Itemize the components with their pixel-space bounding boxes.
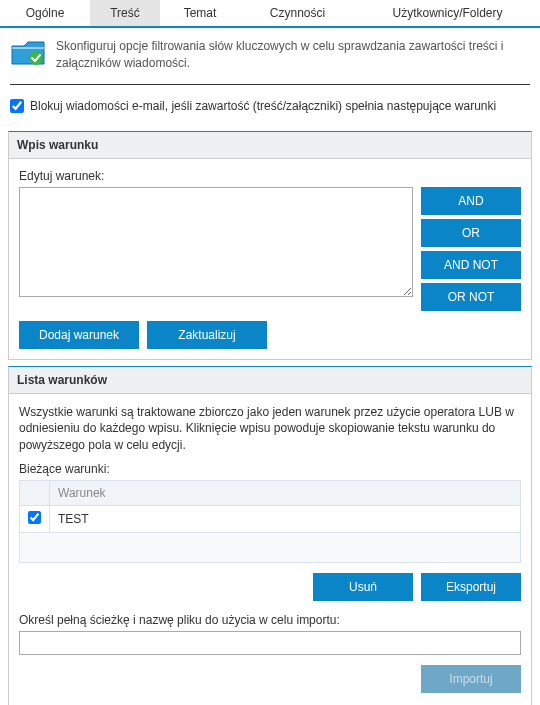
conditions-list-section: Lista warunków Wszystkie warunki są trak… [8,366,532,705]
block-checkbox-label: Blokuj wiadomości e-mail, jeśli zawartoś… [30,99,496,113]
condition-textarea[interactable] [19,187,413,297]
tab-content[interactable]: Treść [90,0,160,26]
conditions-table-col-condition: Warunek [50,480,521,505]
intro-text: Skonfiguruj opcje filtrowania słów klucz… [56,38,530,72]
update-condition-button[interactable]: Zaktualizuj [147,321,267,349]
block-checkbox-row: Blokuj wiadomości e-mail, jeśli zawartoś… [0,95,540,125]
condition-entry-section: Wpis warunku Edytuj warunek: AND OR AND … [8,131,532,360]
delete-button[interactable]: Usuń [313,573,413,601]
folder-check-icon [10,38,46,68]
or-button[interactable]: OR [421,219,521,247]
import-button[interactable]: Importuj [421,665,521,693]
conditions-table: Warunek TEST [19,480,521,563]
intro-row: Skonfiguruj opcje filtrowania słów klucz… [0,28,540,82]
tabs-bar: Ogólne Treść Temat Czynności Użytkownicy… [0,0,540,28]
block-checkbox[interactable] [10,99,24,113]
export-button[interactable]: Eksportuj [421,573,521,601]
conditions-list-desc: Wszystkie warunki są traktowane zbiorczo… [19,404,521,454]
and-button[interactable]: AND [421,187,521,215]
tab-actions[interactable]: Czynności [240,0,355,26]
current-conditions-label: Bieżące warunki: [19,462,521,476]
conditions-table-checkbox-header [20,480,50,505]
edit-condition-label: Edytuj warunek: [19,169,413,183]
divider [10,84,530,85]
condition-entry-header: Wpis warunku [9,132,531,159]
condition-row-text: TEST [50,505,521,532]
add-condition-button[interactable]: Dodaj warunek [19,321,139,349]
or-not-button[interactable]: OR NOT [421,283,521,311]
and-not-button[interactable]: AND NOT [421,251,521,279]
tab-subject[interactable]: Temat [160,0,240,26]
tab-general[interactable]: Ogólne [0,0,90,26]
conditions-list-header: Lista warunków [9,367,531,394]
table-row-empty [20,532,521,562]
import-path-label: Określ pełną ścieżkę i nazwę pliku do uż… [19,613,521,627]
tab-users-folders[interactable]: Użytkownicy/Foldery [355,0,540,26]
table-row[interactable]: TEST [20,505,521,532]
import-path-input[interactable] [19,631,521,655]
condition-row-checkbox[interactable] [28,511,41,524]
